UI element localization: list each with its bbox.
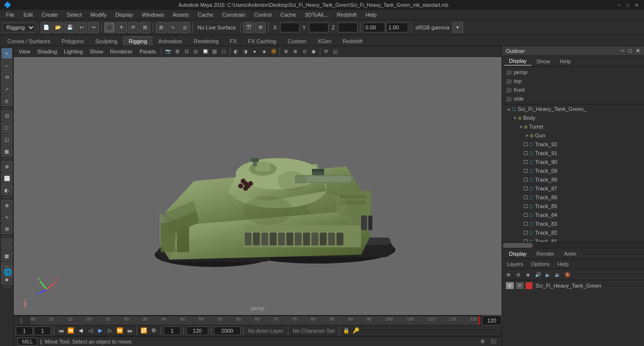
settings-btn[interactable]: ⚙ [149, 326, 158, 335]
y-input[interactable] [309, 23, 329, 32]
tab-redshift[interactable]: Redshift [337, 36, 368, 46]
tree-node-track91[interactable]: ⬡ Track_91 [502, 149, 644, 158]
range-end-input[interactable] [186, 326, 208, 335]
attr-tab-render[interactable]: Render [532, 250, 559, 258]
vp-icon13[interactable]: ⊗ [291, 47, 300, 56]
layers-btn[interactable]: Layers [504, 261, 526, 267]
vp-menu-show[interactable]: Show [87, 48, 107, 55]
current-frame-input[interactable] [34, 326, 51, 335]
vp-icon8[interactable]: ◑ [241, 47, 250, 56]
camera-side[interactable]: 🎥 side [502, 94, 644, 103]
tool9-lt[interactable]: ▦ [1, 146, 12, 157]
select-tool-button[interactable]: ⬛ [104, 22, 115, 33]
new-file-button[interactable]: 📄 [41, 22, 52, 33]
vp-icon7[interactable]: ◐ [232, 47, 241, 56]
vp-icon9[interactable]: ● [251, 47, 259, 56]
menu-cache[interactable]: Cache [194, 11, 217, 19]
tab-polygons[interactable]: Polygons [56, 36, 89, 46]
vp-icon5[interactable]: ▧ [210, 47, 219, 56]
rotate-tool-button[interactable]: ⟳ [128, 22, 139, 33]
scale-tool-lt[interactable]: ⤢ [1, 83, 12, 94]
vp-icon11[interactable]: 🔆 [269, 47, 278, 56]
menu-select[interactable]: Select [63, 11, 86, 19]
move-tool-lt[interactable]: ↔ [1, 60, 12, 71]
menu-edit[interactable]: Edit [20, 11, 37, 19]
help-btn[interactable]: Help [555, 261, 572, 267]
tool8-lt[interactable]: ◱ [1, 134, 12, 145]
tool6-lt[interactable]: ⊡ [1, 110, 12, 121]
vp-icon12[interactable]: ⊕ [281, 47, 290, 56]
tab-fx-caching[interactable]: FX Caching [243, 36, 281, 46]
menu-assets[interactable]: Assets [168, 11, 193, 19]
joint-tool-lt[interactable]: ⊗ [1, 200, 12, 211]
x-input[interactable] [280, 23, 300, 32]
vp-icon3[interactable]: ◎ [192, 47, 200, 56]
key-btn[interactable]: 🔑 [352, 326, 361, 335]
tab-rigging[interactable]: Rigging [123, 36, 152, 46]
render-settings-btn[interactable]: ⚙ [255, 22, 266, 33]
snap-grid-button[interactable]: ⊞ [156, 22, 167, 33]
tool7-lt[interactable]: ⬡ [1, 122, 12, 133]
outliner-minimize[interactable]: ─ [621, 48, 625, 54]
options-btn[interactable]: Options [528, 261, 553, 267]
tree-node-track86[interactable]: ⬡ Track_86 [502, 193, 644, 202]
menu-constrain[interactable]: Constrain [218, 11, 249, 19]
menu-create[interactable]: Create [38, 11, 62, 19]
play-back-btn[interactable]: ◁ [86, 326, 95, 335]
tree-node-track85[interactable]: ⬡ Track_85 [502, 202, 644, 211]
close-button[interactable]: ✕ [633, 1, 640, 8]
tree-node-gun[interactable]: ▾ ⊕ Gun [502, 131, 644, 140]
tree-node-track83[interactable]: ⬡ Track_83 [502, 219, 644, 228]
menu-3dtoall[interactable]: 3DToAll... [301, 11, 332, 19]
go-to-start-btn[interactable]: ⏮ [56, 326, 65, 335]
tree-gun-expand[interactable]: ▾ [524, 133, 530, 138]
render-btn[interactable]: 🎬 [243, 22, 254, 33]
layer-visibility-btn[interactable]: V [506, 282, 514, 289]
save-file-button[interactable]: 💾 [64, 22, 75, 33]
vp-icon6[interactable]: ⬡ [220, 47, 228, 56]
tool15-lt[interactable]: ▦ [1, 250, 12, 261]
vp-menu-lighting[interactable]: Lighting [61, 48, 86, 55]
vp-icon16[interactable]: ⟳ [322, 47, 331, 56]
tool5-lt[interactable]: ◎ [1, 95, 12, 106]
undo-button[interactable]: ↩ [76, 22, 87, 33]
outliner-tab-help[interactable]: Help [555, 57, 576, 65]
vp-menu-renderer[interactable]: Renderer [107, 48, 136, 55]
tab-rendering[interactable]: Rendering [188, 36, 224, 46]
redo-button[interactable]: ↪ [88, 22, 99, 33]
vp-icon15[interactable]: ◉ [309, 47, 318, 56]
vp-icon10[interactable]: ◈ [260, 47, 269, 56]
tree-body-expand[interactable]: ▾ [512, 115, 518, 121]
tree-node-body[interactable]: ▾ ⊕ Body [502, 113, 644, 122]
layer-playback-btn[interactable]: P [516, 282, 524, 289]
z-input[interactable] [338, 23, 358, 32]
outliner-scrollbar-thumb[interactable] [503, 243, 532, 248]
tree-turret-expand[interactable]: ▾ [518, 124, 524, 130]
tab-animation[interactable]: Animation [153, 36, 188, 46]
outliner-tab-show[interactable]: Show [532, 57, 555, 65]
vp-menu-panels[interactable]: Panels [137, 48, 159, 55]
tree-root-expand[interactable]: ▸ [506, 106, 512, 112]
ik-tool-lt[interactable]: ∿ [1, 212, 12, 222]
menu-redshift[interactable]: Redshift [333, 11, 361, 19]
step-fwd-btn[interactable]: ⏩ [115, 326, 124, 335]
mel-mode-indicator[interactable]: MEL [18, 338, 37, 346]
mode-dropdown[interactable]: Rigging [2, 23, 35, 32]
attr-tab-anim[interactable]: Anim [559, 250, 581, 258]
viewport-3d[interactable]: persp X Y Z [14, 57, 502, 315]
tab-sculpting[interactable]: Sculpting [90, 36, 123, 46]
timeline-track[interactable]: 0 5 10 15 20 25 30 35 40 [30, 316, 480, 325]
menu-display[interactable]: Display [112, 11, 137, 19]
bottom-icon1[interactable]: 🌐 [2, 266, 13, 277]
status-icon2[interactable]: ⬛ [489, 337, 498, 346]
layer-icon6[interactable]: 🔉 [553, 270, 562, 279]
tool11-lt[interactable]: ⬜ [1, 173, 12, 184]
vp-menu-view[interactable]: View [16, 48, 33, 55]
snap-point-button[interactable]: ◎ [179, 22, 190, 33]
tab-fx[interactable]: FX [224, 36, 242, 46]
vp-icon1[interactable]: ⊞ [173, 47, 182, 56]
menu-windows[interactable]: Windows [138, 11, 168, 19]
tool12-lt[interactable]: ◐ [1, 185, 12, 195]
outliner-scrollbar[interactable] [502, 242, 644, 248]
layer-color-swatch[interactable] [526, 282, 532, 289]
